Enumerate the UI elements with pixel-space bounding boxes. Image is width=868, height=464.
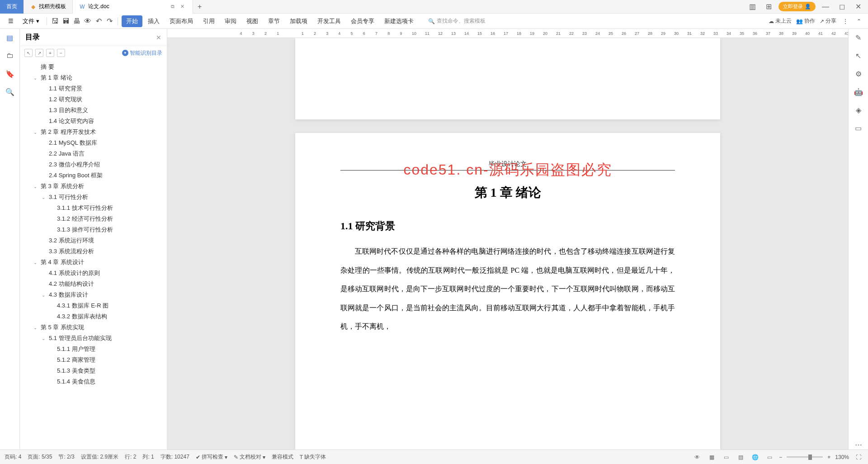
menu-1[interactable]: 插入 — [143, 15, 164, 27]
robot-icon[interactable]: 🤖 — [854, 87, 863, 97]
chevron-down-icon[interactable]: ⌄ — [42, 336, 47, 341]
expand-icon[interactable]: ⌃ — [854, 17, 863, 26]
outline-item[interactable]: ⌄4.3 数据库设计 — [20, 289, 167, 300]
status-page[interactable]: 页面: 5/35 — [28, 453, 52, 461]
more-tools-icon[interactable]: ⋯ — [854, 440, 863, 450]
menu-8[interactable]: 开发工具 — [313, 15, 345, 27]
outline-item[interactable]: 2.3 微信小程序介绍 — [20, 159, 167, 170]
spellcheck-button[interactable]: ✔拼写检查 ▾ — [196, 453, 227, 461]
outline-item[interactable]: 3.1.1 技术可行性分析 — [20, 203, 167, 213]
page-scroll-area[interactable]: 毕业设计论文 code51. cn-源码乐园盗图必究 第 1 章 绪论 1.1 … — [167, 38, 848, 450]
maximize-icon[interactable]: ◻ — [835, 0, 848, 13]
pen-icon[interactable]: ✎ — [854, 33, 863, 43]
cloud-status[interactable]: ☁未上云 — [769, 17, 792, 25]
chevron-down-icon[interactable]: ⌄ — [33, 260, 39, 265]
outline-item[interactable]: 1.2 研究现状 — [20, 94, 167, 105]
redo-icon[interactable]: ↷ — [105, 17, 114, 26]
fullscreen-icon[interactable]: ⛶ — [854, 452, 863, 462]
outline-item[interactable]: 5.1.1 用户管理 — [20, 344, 167, 355]
outline-item[interactable]: ⌄3.1 可行性分析 — [20, 192, 167, 203]
chevron-down-icon[interactable]: ⌄ — [33, 76, 39, 80]
file-menu[interactable]: 文件 ▾ — [19, 15, 43, 27]
menu-5[interactable]: 视图 — [242, 15, 263, 27]
ruler[interactable]: 4321123456789101112131415161718192021222… — [167, 29, 848, 38]
command-search[interactable]: 🔍查找命令、搜索模板 — [425, 16, 489, 26]
section-title[interactable]: 1.1 研究背景 — [340, 219, 675, 233]
close-icon[interactable]: ✕ — [852, 0, 864, 13]
outline-item[interactable]: 3.2 系统运行环境 — [20, 235, 167, 246]
chevron-down-icon[interactable]: ⌄ — [42, 293, 47, 298]
tab-template[interactable]: ◆ 找稻壳模板 — [24, 0, 73, 14]
outline-item[interactable]: 4.3.1 数据库 E-R 图 — [20, 300, 167, 311]
bookmark-icon[interactable]: 🔖 — [5, 69, 15, 79]
outline-item[interactable]: 3.1.3 操作可行性分析 — [20, 224, 167, 235]
chevron-down-icon[interactable]: ⌄ — [42, 195, 47, 200]
smart-toc-button[interactable]: ✦智能识别目录 — [122, 49, 162, 57]
page-current[interactable]: 毕业设计论文 code51. cn-源码乐园盗图必究 第 1 章 绪论 1.1 … — [295, 133, 720, 450]
cursor-icon[interactable]: ↖ — [854, 51, 863, 61]
status-section[interactable]: 节: 2/3 — [58, 453, 74, 461]
chevron-down-icon[interactable]: ⌄ — [33, 184, 39, 189]
zoom-out-button[interactable]: − — [779, 454, 782, 460]
chapter-title[interactable]: 第 1 章 绪论 — [340, 184, 675, 201]
menu-7[interactable]: 加载项 — [285, 15, 312, 27]
new-tab-button[interactable]: + — [193, 3, 207, 11]
diamond-icon[interactable]: ◈ — [854, 105, 863, 115]
outline-item[interactable]: ⌄第 5 章 系统实现 — [20, 322, 167, 333]
undo-icon[interactable]: ↶ — [94, 17, 103, 26]
outline-item[interactable]: 5.1.3 美食类型 — [20, 365, 167, 376]
folder-icon[interactable]: 🗀 — [5, 51, 15, 61]
outline-item[interactable]: 4.3.2 数据库表结构 — [20, 311, 167, 322]
compat-mode[interactable]: 兼容模式 — [272, 453, 293, 461]
tab-close-icon[interactable]: ✕ — [179, 3, 186, 10]
outline-item[interactable]: 2.1 MySQL 数据库 — [20, 137, 167, 148]
chevron-down-icon[interactable]: ⌄ — [33, 325, 39, 330]
status-position[interactable]: 设置值: 2.9厘米 — [81, 453, 118, 461]
outline-item[interactable]: 3.3 系统流程分析 — [20, 246, 167, 257]
outline-item[interactable]: 2.2 Java 语言 — [20, 148, 167, 159]
search-panel-icon[interactable]: 🔍 — [5, 87, 15, 97]
outline-item[interactable]: ⌄第 4 章 系统设计 — [20, 257, 167, 268]
reading-icon[interactable]: ▭ — [764, 452, 774, 462]
menu-6[interactable]: 章节 — [264, 15, 284, 27]
outline-item[interactable]: 摘 要 — [20, 62, 167, 72]
view-web-icon[interactable]: ▭ — [721, 452, 731, 462]
missing-font[interactable]: T缺失字体 — [300, 453, 326, 461]
outline-item[interactable]: 5.1.2 商家管理 — [20, 355, 167, 365]
outline-item[interactable]: 1.3 目的和意义 — [20, 105, 167, 116]
chevron-down-icon[interactable]: ⌄ — [33, 130, 39, 135]
status-words[interactable]: 字数: 10247 — [160, 453, 189, 461]
demote-icon[interactable]: ↗ — [35, 49, 43, 57]
outline-item[interactable]: 1.1 研究背景 — [20, 83, 167, 94]
preview-icon[interactable]: 👁 — [83, 17, 92, 26]
save-as-icon[interactable]: 🖬 — [61, 17, 71, 26]
minimize-icon[interactable]: — — [819, 0, 832, 13]
outline-item[interactable]: 3.1.2 经济可行性分析 — [20, 213, 167, 224]
body-text[interactable]: 互联网时代不仅仅是通过各种各样的电脑进行网络连接的时代，也包含了移动终端连接互联… — [340, 242, 675, 336]
print-icon[interactable]: 🖶 — [72, 17, 81, 26]
outline-item[interactable]: ⌄第 2 章 程序开发技术 — [20, 127, 167, 137]
save-icon[interactable]: 🖫 — [51, 17, 60, 26]
tab-popout-icon[interactable]: ⧉ — [169, 3, 176, 10]
zoom-slider[interactable] — [787, 456, 823, 458]
remove-icon[interactable]: − — [57, 49, 65, 57]
menu-3[interactable]: 引用 — [198, 15, 219, 27]
login-button[interactable]: 立即登录👤 — [778, 2, 816, 11]
layout-icon[interactable]: ▥ — [746, 0, 759, 13]
collab-button[interactable]: 👥协作 — [796, 17, 815, 25]
outline-icon[interactable]: ▤ — [5, 33, 15, 43]
menu-4[interactable]: 审阅 — [220, 15, 241, 27]
content-check-button[interactable]: ✎文档校对 ▾ — [234, 453, 265, 461]
zoom-thumb[interactable] — [808, 455, 812, 460]
outline-item[interactable]: 2.4 Spring Boot 框架 — [20, 170, 167, 181]
globe-icon[interactable]: 🌐 — [750, 452, 760, 462]
hamburger-icon[interactable]: ☰ — [5, 16, 17, 26]
menu-2[interactable]: 页面布局 — [165, 15, 198, 27]
apps-icon[interactable]: ⊞ — [762, 0, 775, 13]
tab-document[interactable]: W 论文.doc ⧉ ✕ — [73, 0, 193, 14]
view-outline-icon[interactable]: ▤ — [736, 452, 745, 462]
zoom-in-button[interactable]: + — [827, 454, 830, 460]
menu-0[interactable]: 开始 — [122, 15, 142, 27]
zoom-value[interactable]: 130% — [835, 454, 849, 460]
outline-item[interactable]: ⌄第 3 章 系统分析 — [20, 181, 167, 192]
